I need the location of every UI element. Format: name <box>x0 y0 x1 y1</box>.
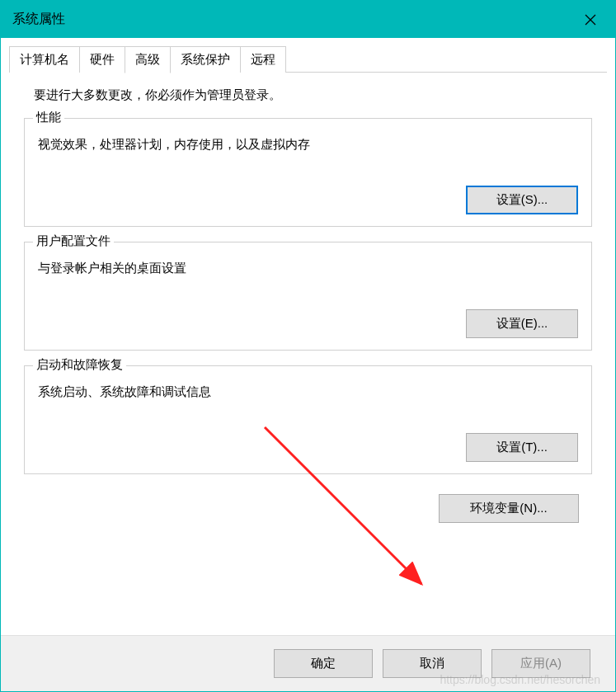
tab-bar: 计算机名 硬件 高级 系统保护 远程 <box>1 38 615 73</box>
startup-settings-button[interactable]: 设置(T)... <box>466 433 578 462</box>
system-properties-window: 系统属性 计算机名 硬件 高级 系统保护 远程 要进行大多数更改，你必须作为管理… <box>0 0 616 692</box>
tab-system-protection[interactable]: 系统保护 <box>170 46 241 73</box>
close-icon <box>585 14 596 26</box>
environment-variables-button[interactable]: 环境变量(N)... <box>439 494 579 523</box>
group-user-profiles: 用户配置文件 与登录帐户相关的桌面设置 设置(E)... <box>24 242 592 351</box>
tab-computer-name[interactable]: 计算机名 <box>9 46 80 73</box>
group-startup-desc: 系统启动、系统故障和调试信息 <box>38 384 578 400</box>
user-profiles-settings-button[interactable]: 设置(E)... <box>466 309 578 338</box>
tab-remote[interactable]: 远程 <box>240 46 286 73</box>
window-title: 系统属性 <box>12 11 65 28</box>
group-performance-title: 性能 <box>33 110 64 125</box>
performance-settings-button[interactable]: 设置(S)... <box>466 186 578 214</box>
group-startup-recovery: 启动和故障恢复 系统启动、系统故障和调试信息 设置(T)... <box>24 365 592 474</box>
env-row: 环境变量(N)... <box>24 494 592 523</box>
group-performance: 性能 视觉效果，处理器计划，内存使用，以及虚拟内存 设置(S)... <box>24 118 592 227</box>
cancel-button[interactable]: 取消 <box>383 649 482 678</box>
group-performance-desc: 视觉效果，处理器计划，内存使用，以及虚拟内存 <box>38 137 578 153</box>
tab-content-advanced: 要进行大多数更改，你必须作为管理员登录。 性能 视觉效果，处理器计划，内存使用，… <box>1 73 615 635</box>
tab-hardware[interactable]: 硬件 <box>79 46 125 73</box>
titlebar: 系统属性 <box>1 1 615 38</box>
ok-button[interactable]: 确定 <box>274 649 373 678</box>
group-user-profiles-desc: 与登录帐户相关的桌面设置 <box>38 261 578 276</box>
group-startup-title: 启动和故障恢复 <box>33 357 126 373</box>
close-button[interactable] <box>566 1 615 38</box>
apply-button[interactable]: 应用(A) <box>491 649 590 678</box>
tab-advanced[interactable]: 高级 <box>125 46 171 73</box>
dialog-footer: 确定 取消 应用(A) <box>1 635 615 691</box>
admin-note: 要进行大多数更改，你必须作为管理员登录。 <box>24 87 592 103</box>
group-user-profiles-title: 用户配置文件 <box>33 233 114 249</box>
